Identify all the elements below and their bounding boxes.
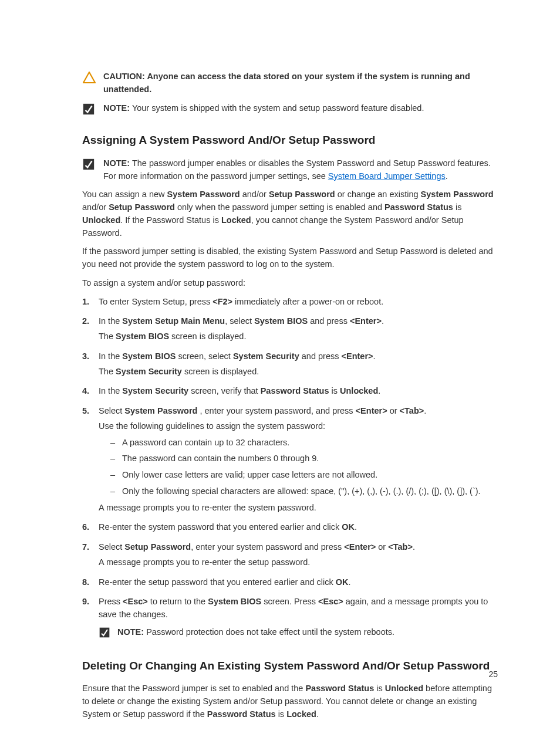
step-body: Select Setup Password, enter your system… bbox=[99, 541, 498, 571]
step-number: 6. bbox=[82, 521, 99, 536]
guideline-item: –Only the following special characters a… bbox=[110, 485, 498, 498]
step-number: 1. bbox=[82, 296, 99, 311]
caution-callout: CAUTION: Anyone can access the data stor… bbox=[82, 70, 498, 96]
para-to-assign: To assign a system and/or setup password… bbox=[82, 277, 498, 290]
note-icon bbox=[99, 627, 113, 642]
svg-rect-2 bbox=[100, 627, 110, 637]
step-number: 9. bbox=[82, 596, 99, 644]
guideline-item: –Only lower case letters are valid; uppe… bbox=[110, 469, 498, 482]
para-delete-conditions: Ensure that the Password jumper is set t… bbox=[82, 682, 498, 721]
caution-text: CAUTION: Anyone can access the data stor… bbox=[103, 70, 498, 96]
step-body: Re-enter the setup password that you ent… bbox=[99, 576, 498, 591]
svg-rect-0 bbox=[83, 103, 94, 114]
step-line: In the System Setup Main Menu, select Sy… bbox=[99, 315, 498, 328]
step-item: 5.Select System Password , enter your sy… bbox=[82, 405, 498, 516]
step-line: Select System Password , enter your syst… bbox=[99, 405, 498, 418]
jumper-settings-link[interactable]: System Board Jumper Settings bbox=[328, 171, 446, 181]
step-line: In the System BIOS screen, select System… bbox=[99, 350, 498, 363]
caution-icon bbox=[82, 71, 99, 88]
step-line: In the System Security screen, verify th… bbox=[99, 385, 498, 398]
step-line: The System BIOS screen is displayed. bbox=[99, 330, 498, 343]
step-line: To enter System Setup, press <F2> immedi… bbox=[99, 296, 498, 309]
step-line: Re-enter the setup password that you ent… bbox=[99, 576, 498, 589]
step-line: A message prompts you to re-enter the sy… bbox=[99, 502, 498, 515]
step-number: 2. bbox=[82, 315, 99, 346]
step-line: A message prompts you to re-enter the se… bbox=[99, 556, 498, 569]
step-item: 4.In the System Security screen, verify … bbox=[82, 385, 498, 400]
step-item: 8.Re-enter the setup password that you e… bbox=[82, 576, 498, 591]
note-callout-inline: NOTE: Password protection does not take … bbox=[99, 626, 498, 642]
step-item: 7.Select Setup Password, enter your syst… bbox=[82, 541, 498, 571]
step-item: 3.In the System BIOS screen, select Syst… bbox=[82, 350, 498, 381]
heading-deleting: Deleting Or Changing An Existing System … bbox=[82, 658, 498, 675]
step-line: The System Security screen is displayed. bbox=[99, 366, 498, 378]
note-text-inline: NOTE: Password protection does not take … bbox=[117, 626, 394, 639]
note-icon bbox=[82, 158, 99, 175]
page-number: 25 bbox=[488, 668, 498, 681]
step-body: To enter System Setup, press <F2> immedi… bbox=[99, 296, 498, 311]
step-body: Press <Esc> to return to the System BIOS… bbox=[99, 596, 498, 644]
para-jumper-disabled: If the password jumper setting is disabl… bbox=[82, 245, 498, 271]
step-number: 5. bbox=[82, 405, 99, 516]
step-item: 2.In the System Setup Main Menu, select … bbox=[82, 315, 498, 346]
svg-rect-1 bbox=[83, 159, 94, 170]
guideline-item: –A password can contain up to 32 charact… bbox=[110, 437, 498, 449]
para-assign-conditions: You can assign a new System Password and… bbox=[82, 188, 498, 239]
note-callout-1: NOTE: Your system is shipped with the sy… bbox=[82, 102, 498, 120]
step-number: 7. bbox=[82, 541, 99, 571]
steps-list: 1.To enter System Setup, press <F2> imme… bbox=[82, 296, 498, 645]
step-number: 3. bbox=[82, 350, 99, 381]
heading-assigning: Assigning A System Password And/Or Setup… bbox=[82, 132, 498, 149]
step-body: Re-enter the system password that you en… bbox=[99, 521, 498, 536]
note-text-1: NOTE: Your system is shipped with the sy… bbox=[103, 102, 498, 115]
step-body: In the System Setup Main Menu, select Sy… bbox=[99, 315, 498, 346]
step-item: 1.To enter System Setup, press <F2> imme… bbox=[82, 296, 498, 311]
step-body: In the System Security screen, verify th… bbox=[99, 385, 498, 400]
note-text-2: NOTE: The password jumper enables or dis… bbox=[103, 157, 498, 183]
step-number: 4. bbox=[82, 385, 99, 400]
guidelines-list: –A password can contain up to 32 charact… bbox=[110, 437, 498, 498]
note-icon bbox=[82, 103, 99, 120]
guideline-item: –The password can contain the numbers 0 … bbox=[110, 452, 498, 465]
step-item: 6.Re-enter the system password that you … bbox=[82, 521, 498, 536]
step-item: 9.Press <Esc> to return to the System BI… bbox=[82, 596, 498, 644]
step-number: 8. bbox=[82, 576, 99, 591]
step-line: Use the following guidelines to assign t… bbox=[99, 420, 498, 433]
note-callout-2: NOTE: The password jumper enables or dis… bbox=[82, 157, 498, 183]
step-line: Select Setup Password, enter your system… bbox=[99, 541, 498, 554]
step-line: Re-enter the system password that you en… bbox=[99, 521, 498, 534]
step-body: In the System BIOS screen, select System… bbox=[99, 350, 498, 381]
step-line: Press <Esc> to return to the System BIOS… bbox=[99, 596, 498, 621]
step-body: Select System Password , enter your syst… bbox=[99, 405, 498, 516]
